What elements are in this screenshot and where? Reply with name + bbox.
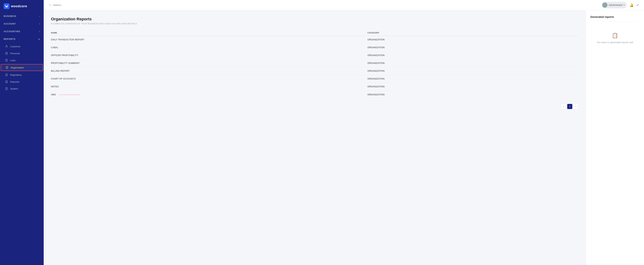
sidebar-item-business[interactable]: BUSINESS ›	[0, 12, 44, 20]
reports-table: NAME CATEGORY DAILY TRANSACTION REPORTOR…	[51, 30, 578, 98]
sidebar-item-reports[interactable]: REPORTS ∨	[0, 35, 44, 43]
system-icon	[5, 87, 8, 90]
financial-icon	[5, 52, 8, 55]
report-name: NOTES	[51, 83, 368, 91]
page-title: Organization Reports	[51, 17, 578, 22]
sidebar: woodcore BUSINESS › ACCOUNT › ACCOUNTING…	[0, 0, 44, 265]
next-page-button[interactable]: ›	[574, 104, 578, 109]
sidebar-item-business-label: BUSINESS	[4, 15, 16, 18]
logo: woodcore	[0, 0, 44, 12]
sidebar-sub-item-financial-label: Financial	[10, 52, 20, 55]
svg-rect-12	[6, 82, 7, 82]
no-reports-text: You have no generated reports yet!	[596, 41, 634, 44]
content-area: Organization Reports A COMPLETE OVERVIEW…	[44, 10, 644, 265]
report-name: BILLING REPORT	[51, 67, 368, 75]
sidebar-sub-item-loan[interactable]: Loan	[0, 57, 44, 64]
sidebar-sub-item-organization[interactable]: Organization	[1, 64, 43, 71]
organization-icon	[6, 66, 8, 69]
header: Administrator ▾ 🔔 ⤢	[44, 0, 644, 10]
expand-icon[interactable]: ⤢	[636, 3, 639, 7]
report-name: SMS←————————	[51, 91, 368, 99]
table-row[interactable]: CABALORGANIZATION	[51, 44, 578, 52]
report-name: PROFITABILITY SUMMARY	[51, 59, 368, 67]
chevron-down-icon: ▾	[624, 4, 624, 6]
svg-line-17	[50, 6, 51, 6]
page-1-button[interactable]: 1	[567, 104, 572, 109]
pagination: ‹ 1 ›	[51, 102, 578, 109]
col-name: NAME	[51, 30, 368, 36]
logo-text: woodcore	[11, 4, 27, 8]
sidebar-sub-item-regulatory-label: Regulatory	[10, 74, 22, 76]
svg-rect-11	[6, 81, 8, 83]
main-content: Administrator ▾ 🔔 ⤢ Organization Reports…	[44, 0, 644, 265]
user-pill[interactable]: Administrator ▾	[602, 2, 627, 8]
chevron-right-icon: ›	[39, 30, 40, 33]
report-category: ORGANIZATION	[368, 67, 578, 75]
prev-page-button[interactable]: ‹	[561, 104, 566, 109]
sidebar-sub-item-organization-label: Organization	[10, 66, 24, 69]
report-category: ORGANIZATION	[368, 83, 578, 91]
svg-rect-10	[6, 74, 8, 76]
sidebar-item-accounting-label: ACCOUNTING	[4, 30, 20, 33]
svg-rect-7	[6, 66, 8, 68]
table-row[interactable]: CHART OF ACCOUNTSORGANIZATION	[51, 75, 578, 83]
no-reports-icon: 📋	[612, 32, 618, 38]
page-subtitle: A COMPLETE OVERVIEW OF YOUR BUSINESS WIT…	[51, 22, 578, 25]
report-name: CABAL	[51, 44, 368, 52]
table-row[interactable]: SMS←————————ORGANIZATION	[51, 91, 578, 99]
table-row[interactable]: NOTESORGANIZATION	[51, 83, 578, 91]
sidebar-item-account[interactable]: ACCOUNT ›	[0, 20, 44, 28]
deposits-icon	[5, 80, 8, 83]
report-name: OFFICER PROFITABILITY	[51, 52, 368, 59]
report-name: DAILY TRANSACTION REPORT	[51, 36, 368, 44]
report-category: ORGANIZATION	[368, 91, 578, 99]
table-row[interactable]: OFFICER PROFITABILITYORGANIZATION	[51, 52, 578, 59]
report-category: ORGANIZATION	[368, 44, 578, 52]
table-row[interactable]: PROFITABILITY SUMMARYORGANIZATION	[51, 59, 578, 67]
table-row[interactable]: DAILY TRANSACTION REPORTORGANIZATION	[51, 36, 578, 44]
sidebar-sub-item-deposits-label: Deposits	[10, 80, 20, 83]
generated-reports-title: Generated reports	[590, 15, 640, 22]
sidebar-sub-item-loan-label: Loan	[10, 59, 16, 62]
col-category: CATEGORY	[368, 30, 578, 36]
svg-rect-1	[6, 52, 8, 54]
svg-rect-4	[6, 59, 8, 61]
sidebar-sub-item-customer[interactable]: Customer	[0, 43, 44, 50]
sidebar-sub-item-system[interactable]: System	[0, 85, 44, 92]
chevron-right-icon: ›	[39, 22, 40, 25]
svg-rect-13	[6, 88, 8, 90]
sidebar-item-accounting[interactable]: ACCOUNTING ›	[0, 28, 44, 35]
report-category: ORGANIZATION	[368, 36, 578, 44]
sidebar-sub-item-system-label: System	[10, 87, 18, 90]
chevron-down-icon: ∨	[38, 38, 40, 40]
search-input[interactable]	[53, 4, 90, 6]
search-icon	[49, 4, 52, 6]
person-icon	[5, 45, 8, 48]
report-category: ORGANIZATION	[368, 75, 578, 83]
sidebar-item-account-label: ACCOUNT	[4, 22, 16, 25]
main-panel: Organization Reports A COMPLETE OVERVIEW…	[44, 10, 586, 265]
logo-icon	[4, 3, 10, 9]
no-reports-section: 📋 You have no generated reports yet!	[590, 25, 640, 51]
regulatory-icon	[5, 73, 8, 76]
sidebar-sub-item-customer-label: Customer	[10, 45, 20, 48]
sidebar-sub-item-financial[interactable]: Financial	[0, 50, 44, 57]
header-right: Administrator ▾ 🔔 ⤢	[602, 2, 639, 8]
report-name: CHART OF ACCOUNTS	[51, 75, 368, 83]
notification-icon[interactable]: 🔔	[630, 3, 634, 7]
sidebar-item-reports-label: REPORTS	[4, 38, 16, 40]
sms-arrow: ←————————	[58, 93, 80, 96]
sidebar-sub-item-deposits[interactable]: Deposits	[0, 78, 44, 85]
sidebar-sub-item-regulatory[interactable]: Regulatory	[0, 71, 44, 78]
chevron-right-icon: ›	[39, 15, 40, 18]
svg-point-0	[6, 45, 7, 46]
report-category: ORGANIZATION	[368, 52, 578, 59]
right-panel: Generated reports 📋 You have no generate…	[586, 10, 644, 265]
user-name: Administrator	[608, 4, 622, 6]
avatar	[602, 2, 608, 8]
report-category: ORGANIZATION	[368, 59, 578, 67]
search-bar[interactable]	[49, 4, 90, 6]
loan-icon	[5, 59, 8, 62]
table-row[interactable]: BILLING REPORTORGANIZATION	[51, 67, 578, 75]
